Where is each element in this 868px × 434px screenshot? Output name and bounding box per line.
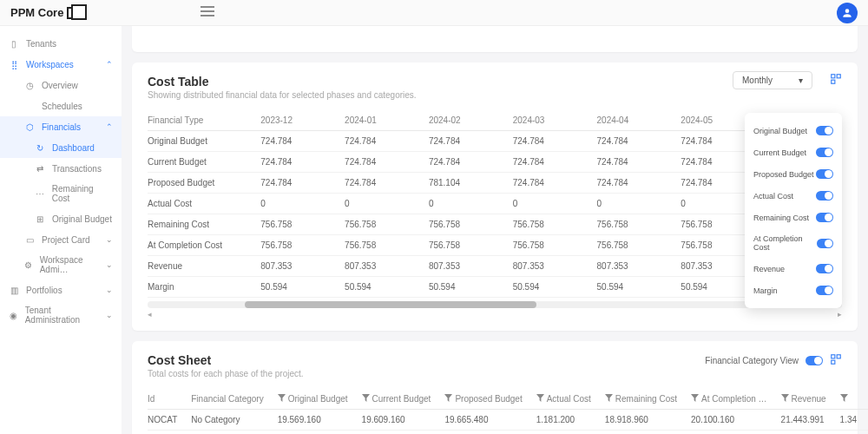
overview-icon: ◷ <box>24 80 35 90</box>
col-header[interactable]: At Completion … <box>684 389 774 410</box>
portfolio-icon: ▥ <box>9 285 19 295</box>
budget-icon: ⊞ <box>35 214 45 224</box>
col-header: 2024-04 <box>590 110 674 131</box>
sheet-config-icon[interactable] <box>830 353 842 367</box>
col-header: Financial Type <box>148 110 253 131</box>
sidebar-item-dashboard[interactable]: ↻Dashboard <box>0 137 122 158</box>
filter-icon[interactable] <box>536 394 544 404</box>
sidebar-item-tenantadmin[interactable]: ◉Tenant Administration⌄ <box>0 300 122 330</box>
sidebar-item-schedules[interactable]: Schedules <box>0 95 122 116</box>
toggle-row: Original Budget <box>753 120 833 141</box>
chevron-down-icon: ▾ <box>799 76 803 85</box>
sidebar-item-wsadmin[interactable]: ⚙Workspace Admi…⌄ <box>0 250 122 279</box>
filter-icon[interactable] <box>362 394 370 404</box>
view-label: Financial Category View <box>705 356 799 365</box>
column-toggle[interactable] <box>816 169 833 179</box>
col-header: 2024-01 <box>338 110 422 131</box>
table-row: Margin50.59450.59450.59450.59450.59450.5… <box>148 277 842 298</box>
col-header[interactable] <box>833 389 868 410</box>
financials-icon: ⬡ <box>24 122 35 132</box>
toggle-row: Current Budget <box>753 141 833 163</box>
svg-rect-2 <box>832 80 835 83</box>
column-toggle[interactable] <box>816 148 833 157</box>
sidebar-item-remaining[interactable]: ⋯Remaining Cost <box>0 179 122 208</box>
chevron-down-icon: ⌄ <box>106 260 113 269</box>
filter-icon[interactable] <box>605 394 613 404</box>
table-row: NOCATNo Category19.569.16019.609.16019.6… <box>148 410 868 431</box>
h-scrollbar[interactable] <box>148 301 842 308</box>
toggle-row: Revenue <box>753 258 833 279</box>
card-icon: ▭ <box>24 234 35 245</box>
col-header[interactable]: Actual Cost <box>529 389 598 410</box>
filter-icon[interactable] <box>840 394 848 404</box>
avatar[interactable] <box>837 3 858 23</box>
col-header[interactable]: Revenue <box>774 389 833 410</box>
filter-icon[interactable] <box>278 394 286 404</box>
chevron-up-icon: ⌃ <box>106 60 113 69</box>
brand-logo: PPM Core <box>10 6 79 19</box>
chevron-down-icon: ⌄ <box>106 286 113 294</box>
cost-sheet-card: Cost Sheet Total costs for each phase of… <box>132 341 858 434</box>
tenants-icon: ▯ <box>9 38 19 49</box>
column-toggle[interactable] <box>816 213 833 222</box>
col-header[interactable]: Original Budget <box>271 389 355 410</box>
filter-icon[interactable] <box>444 394 452 404</box>
svg-rect-1 <box>837 75 840 78</box>
table-row: Current Budget724.784724.784724.784724.7… <box>148 152 842 173</box>
scroll-right-icon[interactable]: ▸ <box>838 310 842 319</box>
cost-table-card: Cost Table Showing distributed financial… <box>132 62 858 331</box>
sidebar-item-portfolios[interactable]: ▥Portfolios⌄ <box>0 279 122 300</box>
toggle-row: Actual Cost <box>753 185 833 207</box>
schedules-icon <box>24 101 35 111</box>
chevron-down-icon: ⌄ <box>106 235 113 244</box>
admin-icon: ◉ <box>9 310 18 320</box>
col-header[interactable]: Financial Category <box>184 389 270 410</box>
svg-rect-4 <box>837 355 840 358</box>
table-row: Remaining Cost756.758756.758756.758756.7… <box>148 214 842 235</box>
table-row: Proposed Budget724.784724.784781.104724.… <box>148 173 842 194</box>
transactions-icon: ⇄ <box>35 163 45 174</box>
cost-sheet-sub: Total costs for each phase of the projec… <box>148 369 842 378</box>
gear-icon: ⚙ <box>24 260 33 270</box>
column-toggle[interactable] <box>816 264 833 273</box>
col-header: 2023-12 <box>253 110 338 131</box>
sidebar-item-workspaces[interactable]: ⣿Workspaces⌃ <box>0 54 122 75</box>
total-row: TOTAL19.569.16019.609.16019.665.4801.181… <box>148 431 868 435</box>
sidebar-item-overview[interactable]: ◷Overview <box>0 75 122 95</box>
svg-rect-3 <box>832 355 835 358</box>
column-toggle[interactable] <box>816 191 833 201</box>
filter-icon[interactable] <box>691 394 699 404</box>
table-row: At Completion Cost756.758756.758756.7587… <box>148 235 842 256</box>
col-header: 2024-03 <box>506 110 590 131</box>
cost-table: Financial Type2023-122024-012024-022024-… <box>148 110 842 298</box>
sidebar-item-transactions[interactable]: ⇄Transactions <box>0 158 122 179</box>
svg-rect-0 <box>832 75 835 78</box>
scroll-left-icon[interactable]: ◂ <box>148 310 152 319</box>
category-view-toggle[interactable] <box>806 356 823 365</box>
period-select[interactable]: Monthly▾ <box>733 71 812 89</box>
table-row: Original Budget724.784724.784724.784724.… <box>148 131 842 152</box>
settings-icon[interactable] <box>830 73 842 88</box>
col-header[interactable]: Remaining Cost <box>598 389 684 410</box>
sidebar-item-origbudget[interactable]: ⊞Original Budget <box>0 208 122 229</box>
toggle-row: Proposed Budget <box>753 163 833 185</box>
cost-sheet-table: IdFinancial CategoryOriginal BudgetCurre… <box>148 389 868 434</box>
sidebar: ▯Tenants ⣿Workspaces⌃ ◷Overview Schedule… <box>0 26 122 434</box>
sidebar-item-projectcard[interactable]: ▭Project Card⌄ <box>0 229 122 250</box>
cost-table-sub: Showing distributed financial data for s… <box>148 90 842 100</box>
column-toggle[interactable] <box>816 126 833 135</box>
chevron-down-icon: ⌄ <box>106 311 113 319</box>
refresh-icon: ↻ <box>35 142 45 153</box>
column-toggle[interactable] <box>816 286 833 295</box>
col-header[interactable]: Id <box>148 389 184 410</box>
chevron-up-icon: ⌃ <box>106 122 113 131</box>
remaining-icon: ⋯ <box>35 188 45 199</box>
col-header[interactable]: Proposed Budget <box>437 389 529 410</box>
menu-icon[interactable] <box>201 6 214 19</box>
sidebar-item-financials[interactable]: ⬡Financials⌃ <box>0 116 122 137</box>
filter-icon[interactable] <box>781 394 789 404</box>
column-toggle[interactable] <box>817 239 833 248</box>
col-header: 2024-02 <box>422 110 506 131</box>
col-header[interactable]: Current Budget <box>355 389 438 410</box>
sidebar-item-tenants[interactable]: ▯Tenants <box>0 33 122 54</box>
